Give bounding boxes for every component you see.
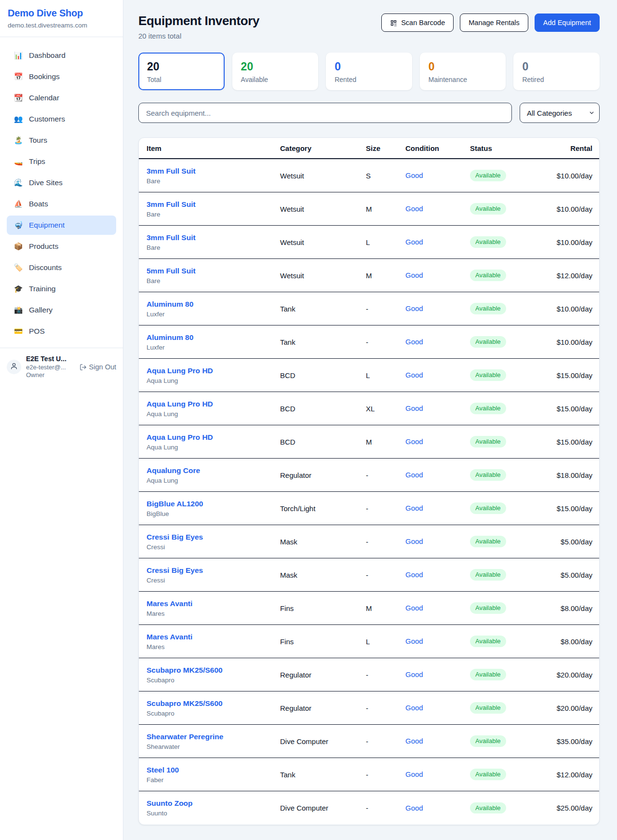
stat-label: Available — [241, 76, 310, 83]
sidebar-item-trips[interactable]: 🚤 Trips — [7, 152, 116, 171]
scan-barcode-button[interactable]: Scan Barcode — [381, 14, 454, 32]
stat-card-total[interactable]: 20 Total — [138, 53, 225, 90]
item-brand: Mares — [147, 643, 280, 650]
item-name-link[interactable]: 3mm Full Suit — [147, 200, 196, 209]
item-name-link[interactable]: Aqua Lung Pro HD — [147, 433, 213, 442]
sidebar-item-label: Trips — [29, 157, 45, 166]
table-row: Aqua Lung Pro HD Aqua Lung BCD XL Good A… — [139, 392, 599, 425]
sidebar-item-training[interactable]: 🎓 Training — [7, 279, 116, 298]
condition-link[interactable]: Good — [405, 704, 423, 712]
manage-rentals-button[interactable]: Manage Rentals — [460, 14, 528, 32]
stat-card-available[interactable]: 20 Available — [232, 53, 319, 90]
size-cell: L — [366, 371, 405, 379]
stat-value: 0 — [522, 60, 591, 73]
sidebar-item-tours[interactable]: 🏝️ Tours — [7, 131, 116, 150]
size-cell: - — [366, 471, 405, 479]
item-name-link[interactable]: BigBlue AL1200 — [147, 500, 203, 508]
add-equipment-button[interactable]: Add Equipment — [535, 14, 600, 32]
sidebar-item-calendar[interactable]: 📆 Calendar — [7, 88, 116, 108]
item-name-link[interactable]: Scubapro MK25/S600 — [147, 666, 223, 675]
item-name-link[interactable]: 3mm Full Suit — [147, 233, 196, 242]
rental-cell: $10.00/day — [542, 305, 592, 313]
condition-link[interactable]: Good — [405, 504, 423, 512]
sidebar-item-label: Tours — [29, 136, 47, 145]
brand-name[interactable]: Demo Dive Shop — [8, 8, 115, 19]
status-badge: Available — [470, 602, 506, 614]
condition-link[interactable]: Good — [405, 238, 423, 246]
table-row: Suunto Zoop Suunto Dive Computer - Good … — [139, 791, 599, 825]
sign-out-label: Sign Out — [89, 363, 116, 371]
stat-cards: 20 Total 20 Available 0 Rented 0 Mainten… — [138, 53, 600, 90]
sidebar-item-dashboard[interactable]: 📊 Dashboard — [7, 46, 116, 65]
rental-cell: $10.00/day — [542, 238, 592, 246]
item-name-link[interactable]: Aqualung Core — [147, 466, 200, 475]
condition-link[interactable]: Good — [405, 537, 423, 545]
item-cell: Aqua Lung Pro HD Aqua Lung — [147, 433, 280, 451]
sidebar-item-products[interactable]: 📦 Products — [7, 237, 116, 256]
item-name-link[interactable]: Mares Avanti — [147, 633, 192, 641]
gallery-icon: 📸 — [13, 306, 23, 314]
stat-card-maintenance[interactable]: 0 Maintenance — [420, 53, 506, 90]
category-cell: Tank — [280, 305, 366, 313]
sidebar-item-discounts[interactable]: 🏷️ Discounts — [7, 258, 116, 277]
item-name-link[interactable]: Steel 100 — [147, 766, 179, 774]
sign-out-button[interactable]: Sign Out — [80, 363, 116, 371]
rental-cell: $20.00/day — [542, 704, 592, 712]
condition-link[interactable]: Good — [405, 171, 423, 179]
sidebar-item-gallery[interactable]: 📸 Gallery — [7, 300, 116, 320]
sidebar-item-equipment[interactable]: 🤿 Equipment — [7, 216, 116, 235]
condition-link[interactable]: Good — [405, 338, 423, 346]
pos-icon: 💳 — [13, 327, 23, 336]
stat-value: 0 — [429, 60, 497, 73]
condition-link[interactable]: Good — [405, 604, 423, 612]
size-cell: - — [366, 571, 405, 579]
sidebar-item-dive-sites[interactable]: 🌊 Dive Sites — [7, 173, 116, 192]
condition-link[interactable]: Good — [405, 304, 423, 312]
user-icon — [10, 362, 18, 372]
item-name-link[interactable]: Mares Avanti — [147, 599, 192, 608]
filter-bar: All Categories — [138, 103, 600, 123]
condition-link[interactable]: Good — [405, 670, 423, 678]
condition-link[interactable]: Good — [405, 804, 423, 812]
item-name-link[interactable]: Suunto Zoop — [147, 799, 193, 808]
status-badge: Available — [470, 702, 506, 714]
item-brand: Aqua Lung — [147, 410, 280, 418]
item-name-link[interactable]: Cressi Big Eyes — [147, 533, 203, 542]
condition-link[interactable]: Good — [405, 637, 423, 645]
stat-card-retired[interactable]: 0 Retired — [513, 53, 600, 90]
category-cell: BCD — [280, 405, 366, 413]
rental-cell: $8.00/day — [542, 604, 592, 612]
item-name-link[interactable]: Cressi Big Eyes — [147, 566, 203, 575]
barcode-scan-icon — [390, 19, 397, 27]
item-brand: Bare — [147, 277, 280, 285]
rental-cell: $10.00/day — [542, 338, 592, 346]
condition-link[interactable]: Good — [405, 271, 423, 279]
sidebar-item-boats[interactable]: ⛵ Boats — [7, 194, 116, 214]
stat-card-rented[interactable]: 0 Rented — [326, 53, 412, 90]
item-cell: Aqua Lung Pro HD Aqua Lung — [147, 400, 280, 418]
item-name-link[interactable]: Aqua Lung Pro HD — [147, 400, 213, 408]
condition-link[interactable]: Good — [405, 770, 423, 778]
condition-link[interactable]: Good — [405, 404, 423, 412]
item-name-link[interactable]: 5mm Full Suit — [147, 267, 196, 275]
condition-link[interactable]: Good — [405, 437, 423, 446]
status-badge: Available — [470, 669, 506, 680]
condition-link[interactable]: Good — [405, 204, 423, 213]
item-name-link[interactable]: Aqua Lung Pro HD — [147, 366, 213, 375]
item-name-link[interactable]: Shearwater Peregrine — [147, 732, 223, 741]
condition-link[interactable]: Good — [405, 471, 423, 479]
item-name-link[interactable]: Aluminum 80 — [147, 300, 193, 309]
sidebar-item-bookings[interactable]: 📅 Bookings — [7, 67, 116, 86]
sidebar-item-customers[interactable]: 👥 Customers — [7, 109, 116, 129]
item-name-link[interactable]: 3mm Full Suit — [147, 167, 196, 176]
category-select[interactable]: All Categories — [520, 103, 600, 123]
table-row: Scubapro MK25/S600 Scubapro Regulator - … — [139, 691, 599, 725]
item-name-link[interactable]: Aluminum 80 — [147, 333, 193, 342]
status-badge: Available — [470, 436, 506, 447]
item-name-link[interactable]: Scubapro MK25/S600 — [147, 699, 223, 708]
search-input[interactable] — [138, 103, 512, 123]
condition-link[interactable]: Good — [405, 737, 423, 745]
condition-link[interactable]: Good — [405, 570, 423, 579]
sidebar-item-pos[interactable]: 💳 POS — [7, 322, 116, 341]
condition-link[interactable]: Good — [405, 371, 423, 379]
